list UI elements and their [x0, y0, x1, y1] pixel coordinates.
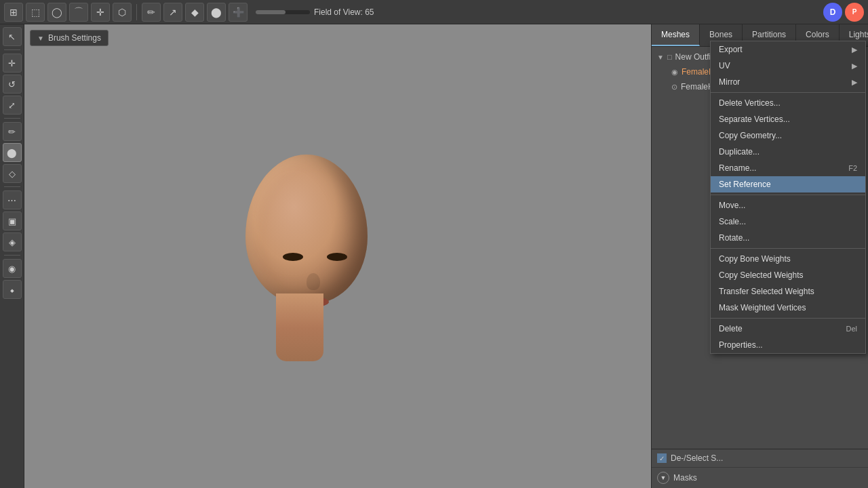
folder-icon: □ [667, 53, 672, 61]
head-cranium [245, 155, 368, 304]
ctx-copy-geometry[interactable]: Copy Geometry... [711, 127, 865, 144]
left-tool-sphere[interactable]: ◉ [3, 259, 22, 278]
eye-gear-icon: ⊙ [671, 83, 677, 92]
tool-btn-4[interactable]: ✛ [91, 3, 110, 22]
tool-btn-5[interactable]: ⬡ [113, 3, 132, 22]
tool-btn-6[interactable]: ✏ [142, 3, 161, 22]
ctx-delete[interactable]: Delete Del [711, 321, 865, 337]
left-sep-1 [4, 49, 20, 50]
left-sep-3 [4, 186, 20, 187]
de-select-row: ✓ De-/Select S... [652, 449, 868, 468]
left-tool-rotate[interactable]: ↺ [3, 75, 22, 94]
discord-button[interactable]: D [823, 3, 842, 22]
ctx-scale[interactable]: Scale... [711, 214, 865, 230]
3d-head [232, 127, 381, 385]
left-tool-dots[interactable]: ⋯ [3, 190, 22, 209]
patreon-button[interactable]: P [845, 3, 864, 22]
ctx-transfer-selected-weights[interactable]: Transfer Selected Weights [711, 283, 865, 300]
left-tool-mesh[interactable]: ▣ [3, 211, 22, 230]
tree-expand-outfit: ▼ [657, 54, 664, 61]
ctx-copy-selected-weights[interactable]: Copy Selected Weights [711, 267, 865, 283]
head-eye-right [327, 253, 347, 261]
ctx-set-reference[interactable]: Set Reference [711, 176, 865, 192]
fov-slider[interactable] [256, 10, 310, 14]
left-sep-4 [4, 255, 20, 256]
ctx-mask-weighted-vertices[interactable]: Mask Weighted Vertices [711, 300, 865, 316]
masks-label: Masks [673, 473, 697, 483]
fov-slider-container: Field of View: 65 [256, 7, 374, 17]
de-select-label: De-/Select S... [671, 453, 723, 463]
bottom-panel: ✓ De-/Select S... ▼ Masks [652, 449, 868, 488]
tool-btn-3[interactable]: ⌒ [69, 3, 88, 22]
eye-icon-1: ◉ [671, 68, 678, 77]
ctx-rename-shortcut: F2 [848, 164, 857, 172]
brush-settings-arrow: ▼ [37, 35, 44, 42]
brush-settings-label: Brush Settings [48, 33, 101, 43]
ctx-uv-arrow: ▶ [852, 62, 857, 70]
ctx-sep-2 [711, 195, 865, 195]
tab-meshes[interactable]: Meshes [652, 24, 700, 46]
ctx-duplicate[interactable]: Duplicate... [711, 144, 865, 160]
left-tool-eraser[interactable]: ◇ [3, 164, 22, 183]
ctx-export[interactable]: Export ▶ [711, 41, 865, 58]
context-menu: Export ▶ UV ▶ Mirror ▶ Delete Vertices..… [710, 41, 866, 354]
left-tool-select[interactable]: ↖ [3, 27, 22, 46]
tool-btn-0[interactable]: ⊞ [4, 3, 23, 22]
brush-settings-bar[interactable]: ▼ Brush Settings [30, 30, 108, 46]
tool-btn-9[interactable]: ⬤ [207, 3, 226, 22]
masks-row: ▼ Masks [652, 468, 868, 488]
ctx-properties[interactable]: Properties... [711, 337, 865, 353]
head-nose [307, 273, 320, 290]
left-tool-scale[interactable]: ⤢ [3, 96, 22, 115]
left-sep-2 [4, 118, 20, 119]
left-tool-move[interactable]: ✛ [3, 54, 22, 73]
ctx-delete-shortcut: Del [846, 325, 857, 333]
left-toolbar: ↖ ✛ ↺ ⤢ ✏ ⬤ ◇ ⋯ ▣ ◈ ◉ ⬥ [0, 24, 24, 488]
ctx-sep-1 [711, 92, 865, 93]
ctx-copy-bone-weights[interactable]: Copy Bone Weights [711, 251, 865, 267]
left-tool-brush[interactable]: ✏ [3, 122, 22, 141]
left-tool-layers[interactable]: ⬥ [3, 280, 22, 299]
ctx-sep-3 [711, 248, 865, 249]
toolbar-sep-1 [136, 4, 137, 20]
de-select-checkbox[interactable]: ✓ [657, 453, 667, 463]
ctx-move[interactable]: Move... [711, 197, 865, 214]
tool-btn-10[interactable]: ➕ [229, 3, 248, 22]
ctx-uv[interactable]: UV ▶ [711, 58, 865, 74]
ctx-mirror[interactable]: Mirror ▶ [711, 74, 865, 90]
tool-btn-1[interactable]: ⬚ [26, 3, 45, 22]
ctx-separate-vertices[interactable]: Separate Vertices... [711, 111, 865, 127]
ctx-sep-4 [711, 318, 865, 319]
ctx-export-arrow: ▶ [852, 45, 857, 54]
ctx-delete-vertices[interactable]: Delete Vertices... [711, 95, 865, 111]
top-toolbar: ⊞ ⬚ ◯ ⌒ ✛ ⬡ ✏ ↗ ◆ ⬤ ➕ Field of View: 65 … [0, 0, 868, 24]
head-neck [276, 293, 323, 361]
fov-slider-fill [256, 10, 285, 14]
left-tool-vertex[interactable]: ◈ [3, 232, 22, 251]
ctx-rename[interactable]: Rename... F2 [711, 160, 865, 176]
tool-btn-2[interactable]: ◯ [47, 3, 66, 22]
fov-label: Field of View: 65 [314, 7, 374, 17]
tool-btn-7[interactable]: ↗ [163, 3, 182, 22]
viewport[interactable]: ▼ Brush Settings [24, 24, 651, 488]
masks-expand-btn[interactable]: ▼ [657, 472, 669, 484]
ctx-rotate[interactable]: Rotate... [711, 230, 865, 246]
left-tool-paint[interactable]: ⬤ [3, 143, 22, 162]
head-eye-left [283, 253, 303, 261]
ctx-mirror-arrow: ▶ [852, 78, 857, 87]
tool-btn-8[interactable]: ◆ [185, 3, 204, 22]
